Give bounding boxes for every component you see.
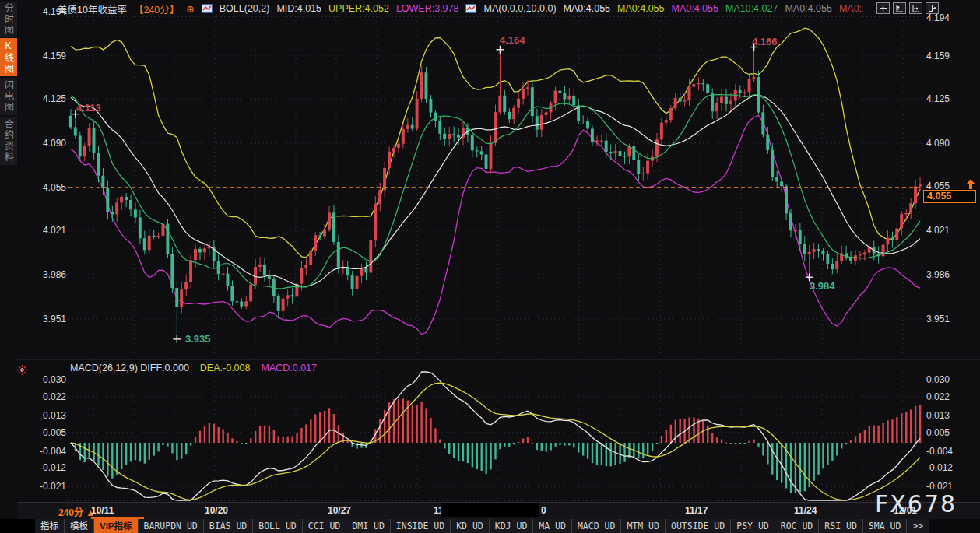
boll-chart-icon (202, 4, 213, 13)
macd-y-label: 0.030 (926, 374, 973, 385)
ma-value: MA0: (839, 3, 862, 14)
sidebar-item-timeline-chart[interactable]: 分时图 (0, 2, 17, 37)
ma-value: MA10:4.027 (725, 3, 778, 14)
ma-value: MA0:4.055 (564, 3, 610, 14)
boll-mid-value: MID:4.015 (276, 3, 321, 14)
ma-value: MA0:4.055 (785, 3, 831, 14)
macd-y-label: 0.013 (926, 410, 973, 421)
fit-vertical-icon[interactable] (893, 2, 906, 14)
y-axis-label: 4.021 (28, 225, 66, 236)
y-axis-label: 4.194 (926, 12, 973, 23)
chart-canvas[interactable] (0, 0, 980, 533)
trading-app-window: 分时图 K线图 闪电图 合约资料 美债10年收益率 【240分】 ⊕ BOLL(… (0, 0, 980, 533)
macd-y-label: 0.005 (28, 427, 66, 438)
toolbar-spacer (0, 519, 35, 533)
boll-label: BOLL(20,2) (220, 3, 270, 14)
page-title: 美债10年收益率 (58, 2, 127, 16)
y-axis-label: 4.021 (926, 225, 973, 236)
tab-sma-ud[interactable]: SMA_UD (863, 519, 908, 533)
tab-vip-indicator[interactable]: VIP指标 (94, 519, 139, 533)
tab-boll-ud[interactable]: BOLL_UD (253, 519, 302, 533)
y-axis-label: 3.986 (28, 269, 66, 280)
y-axis-label: 4.159 (28, 51, 66, 61)
ma-label: MA(0,0,0,10,0,0) (483, 3, 556, 14)
tab-ma-ud[interactable]: MA_UD (533, 519, 572, 533)
tab-psy-ud[interactable]: PSY_UD (731, 519, 775, 533)
macd-y-label: 0.013 (28, 410, 66, 421)
x-axis-date: 11/17 (685, 505, 708, 516)
tab-barupdn-ud[interactable]: BARUPDN_UD (139, 519, 204, 533)
period-selector[interactable]: 240分 ▲ (58, 505, 95, 518)
period-label[interactable]: 【240分】 (134, 2, 179, 16)
indicator-toolbar: 指标 模板 VIP指标 BARUPDN_UD BIAS_UD BOLL_UD C… (0, 519, 980, 533)
y-axis-label: 4.125 (28, 93, 66, 104)
macd-diff-value: MACD(26,12,9) DIFF:0.000 (70, 363, 189, 373)
tab-macd-ud[interactable]: MACD_UD (572, 519, 621, 533)
x-axis-date: 10/20 (205, 505, 228, 516)
sidebar-item-label: 合约资料 (2, 119, 16, 163)
macd-value: MACD:0.017 (261, 363, 317, 373)
y-axis-label: 4.090 (926, 138, 973, 149)
sidebar-item-label: 分时图 (2, 3, 16, 36)
tab-indicator[interactable]: 指标 (35, 519, 65, 533)
chart-annotation: 4.166 (752, 36, 778, 47)
tab-rsi-ud[interactable]: RSI_UD (819, 519, 863, 533)
y-axis-label: 3.951 (28, 314, 66, 324)
macd-y-label: -0.012 (28, 462, 66, 473)
redaction-box (441, 503, 539, 517)
add-indicator-icon[interactable]: ⊕ (186, 3, 194, 15)
y-axis-label: 4.159 (926, 51, 973, 61)
chart-annotation: 3.935 (185, 333, 211, 345)
macd-y-label: -0.004 (28, 446, 66, 457)
y-axis-label: 3.986 (926, 269, 973, 280)
ma-value: MA0:4.055 (672, 3, 718, 14)
tab-inside-ud[interactable]: INSIDE_UD (391, 519, 451, 533)
macd-y-label: 0.030 (28, 374, 66, 385)
x-axis-date: 0 (541, 505, 546, 516)
chart-annotation: 4.164 (500, 34, 525, 46)
tab-roc-ud[interactable]: ROC_UD (775, 519, 820, 533)
sidebar-item-label: K线图 (2, 40, 16, 75)
tab-mtm-ud[interactable]: MTM_UD (621, 519, 666, 533)
tab-bias-ud[interactable]: BIAS_UD (204, 519, 253, 533)
macd-y-label: 0.022 (926, 391, 973, 402)
sidebar-item-kline-chart[interactable]: K线图 (0, 38, 17, 76)
x-axis-date: 10/27 (328, 505, 351, 516)
watermark: FX678 (875, 490, 957, 517)
macd-dea-value: DEA:-0.008 (200, 363, 251, 373)
sidebar-item-lightning-chart[interactable]: 闪电图 (0, 78, 17, 115)
y-axis-label: 4.055 (28, 182, 66, 193)
burst-icon[interactable] (17, 364, 27, 378)
x-axis-date: 10/11 (91, 505, 114, 516)
chart-header: 美债10年收益率 【240分】 ⊕ BOLL(20,2) MID:4.015 U… (58, 2, 862, 15)
boll-lower-value: LOWER:3.978 (396, 3, 459, 14)
macd-header: MACD(26,12,9) DIFF:0.000 DEA:-0.008 MACD… (70, 363, 317, 373)
y-axis-label: 4.090 (28, 138, 66, 149)
tab-kd-ud[interactable]: KD_UD (451, 519, 490, 533)
boll-upper-value: UPPER:4.052 (328, 3, 389, 14)
chart-toolbar-icons (876, 2, 939, 14)
crosshair-icon[interactable] (876, 2, 890, 14)
sidebar-item-label: 闪电图 (2, 80, 16, 113)
tab-template[interactable]: 模板 (65, 519, 94, 533)
macd-y-label: 0.005 (926, 427, 973, 438)
y-axis-label: 4.125 (926, 93, 973, 104)
fit-horizontal-icon[interactable] (909, 2, 922, 14)
macd-y-label: -0.021 (28, 481, 66, 492)
macd-y-label: -0.012 (926, 462, 973, 473)
tab-dmi-ud[interactable]: DMI_UD (346, 519, 391, 533)
chart-annotation: 4.113 (76, 102, 101, 114)
ma-chart-icon (465, 4, 476, 13)
sidebar-item-contract-info[interactable]: 合约资料 (0, 117, 17, 165)
chart-annotation: 3.984 (810, 280, 835, 292)
tab-more[interactable]: >> (907, 519, 929, 533)
tab-kdj-ud[interactable]: KDJ_UD (490, 519, 534, 533)
tab-outside-ud[interactable]: OUTSIDE_UD (666, 519, 731, 533)
price-arrow-icon (966, 179, 975, 193)
macd-y-label: -0.004 (926, 446, 973, 457)
x-axis-date: 11/24 (794, 505, 817, 516)
pop-out-icon[interactable] (926, 2, 939, 14)
ma-value: MA0:4.055 (617, 3, 664, 14)
macd-y-label: 0.022 (28, 391, 66, 402)
tab-cci-ud[interactable]: CCI_UD (303, 519, 347, 533)
